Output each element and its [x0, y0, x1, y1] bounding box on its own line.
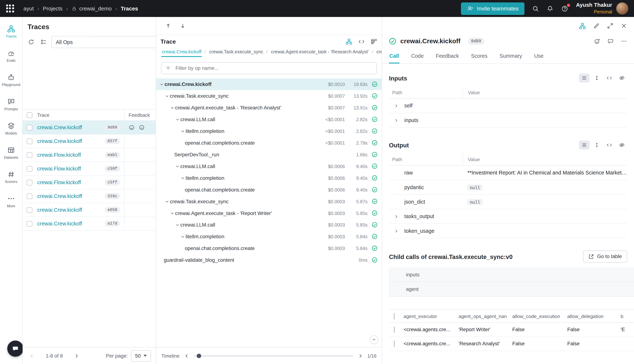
sidebar-item-playground[interactable]: Playground: [0, 69, 22, 91]
kv-row[interactable]: inputs: [389, 113, 627, 128]
tree-row[interactable]: litellm.completion$0.00035.84s: [156, 231, 382, 242]
trace-link[interactable]: crewai.Flow.kickoff: [37, 180, 81, 186]
list-view-icon[interactable]: [579, 74, 589, 82]
tree-row[interactable]: openai.chat.completions.create$0.00069.4…: [156, 184, 382, 196]
trace-list-row[interactable]: crewai.Crew.kickoff9d89: [23, 121, 156, 134]
timeline-prev-icon[interactable]: [184, 353, 190, 358]
edit-pencil-icon[interactable]: [593, 22, 599, 29]
hide-values-eye-icon[interactable]: [616, 140, 627, 150]
chevron-right-icon[interactable]: [394, 104, 398, 108]
row-checkbox[interactable]: [394, 340, 395, 347]
row-checkbox[interactable]: [27, 193, 32, 199]
trace-list-row[interactable]: crewai.Crew.kickoffe058: [23, 203, 156, 217]
code-icon[interactable]: [604, 140, 614, 150]
breadcrumb-current[interactable]: Traces: [121, 6, 138, 12]
trace-list-row[interactable]: crewai.Crew.kickoff316c: [23, 190, 156, 203]
trace-list-row[interactable]: crewai.Flow.kickoffc59f: [23, 162, 156, 176]
child-table-row[interactable]: <crewai.agents.cre...'Research Analyst'F…: [389, 337, 634, 351]
chevron-down-icon[interactable]: [169, 106, 175, 110]
trace-list-row[interactable]: crewai.Crew.kickoff657f: [23, 134, 156, 148]
kv-row[interactable]: token_usage: [389, 224, 627, 238]
avatar[interactable]: [616, 2, 628, 14]
wandb-logo[interactable]: [4, 2, 16, 14]
search-icon[interactable]: [532, 5, 539, 12]
sidebar-item-datasets[interactable]: Datasets: [0, 141, 22, 164]
tree-row[interactable]: crewai.Task.execute_sync$0.000713.92s: [156, 90, 382, 102]
prev-sibling-icon[interactable]: [165, 22, 171, 29]
collapse-timeline-button[interactable]: [370, 335, 379, 344]
ops-filter-select[interactable]: All Ops: [51, 36, 156, 48]
row-checkbox[interactable]: [27, 180, 32, 185]
comment-icon[interactable]: [607, 38, 614, 44]
close-icon[interactable]: [620, 22, 627, 29]
fullscreen-icon[interactable]: [607, 22, 613, 29]
trace-crumb-tab[interactable]: crewai.Task.execute_sync: [209, 48, 264, 56]
tree-view-icon[interactable]: [346, 38, 352, 45]
breadcrumb-project[interactable]: crewai_demo: [79, 6, 112, 12]
row-checkbox[interactable]: [27, 207, 32, 213]
expand-collapse-icon[interactable]: [592, 74, 602, 82]
chevron-right-icon[interactable]: [394, 229, 398, 233]
user-menu[interactable]: Ayush Thakur Personal: [576, 2, 628, 15]
trace-link[interactable]: crewai.Flow.kickoff: [37, 152, 81, 158]
chevron-down-icon[interactable]: [180, 129, 186, 133]
kv-row[interactable]: json_dictnull: [389, 195, 627, 209]
row-checkbox[interactable]: [394, 326, 395, 333]
sidebar-item-scorers[interactable]: Scorers: [0, 166, 22, 188]
chevron-down-icon[interactable]: [174, 164, 180, 168]
tab-summary[interactable]: Summary: [499, 50, 522, 64]
row-checkbox[interactable]: [27, 152, 32, 158]
kv-row[interactable]: raw**Investment Report: AI in Chemical a…: [389, 166, 627, 180]
code-icon[interactable]: [604, 74, 614, 82]
chevron-down-icon[interactable]: [169, 211, 175, 215]
timeline-next-icon[interactable]: [357, 353, 363, 358]
tree-row[interactable]: litellm.completion<$0.00012.82s: [156, 125, 382, 137]
go-to-table-button[interactable]: Go to table: [583, 250, 627, 263]
help-icon[interactable]: [561, 5, 568, 12]
notifications-bell-icon[interactable]: [547, 5, 554, 12]
chevron-down-icon[interactable]: [174, 223, 180, 227]
trace-link[interactable]: crewai.Crew.kickoff: [37, 207, 82, 213]
next-page-icon[interactable]: [74, 353, 79, 358]
list-view-icon[interactable]: [579, 140, 589, 150]
row-checkbox[interactable]: [27, 138, 32, 144]
tree-view-icon[interactable]: [579, 22, 586, 29]
sidebar-item-traces[interactable]: Traces: [0, 20, 22, 43]
expand-collapse-icon[interactable]: [592, 140, 602, 150]
timeline-slider-knob[interactable]: [197, 354, 201, 358]
chevron-right-icon[interactable]: [394, 214, 398, 218]
trace-link[interactable]: crewai.Crew.kickoff: [37, 124, 82, 130]
tab-scores[interactable]: Scores: [471, 50, 488, 64]
chevron-down-icon[interactable]: [180, 234, 186, 238]
tree-row[interactable]: crewai.LLM.call$0.00069.40s: [156, 160, 382, 172]
sidebar-item-evals[interactable]: Evals: [0, 44, 22, 67]
tree-row[interactable]: openai.chat.completions.create$0.00035.8…: [156, 242, 382, 254]
trace-link[interactable]: crewai.Crew.kickoff: [37, 138, 82, 144]
tree-row[interactable]: crewai.Task.execute_sync$0.00035.87s: [156, 196, 382, 207]
trace-list-row[interactable]: crewai.Flow.kickoffc5ff: [23, 176, 156, 190]
positive-feedback-icon[interactable]: [129, 124, 135, 130]
overflow-menu-icon[interactable]: [620, 38, 627, 44]
chat-support-button[interactable]: [7, 340, 24, 357]
tree-row[interactable]: SerperDevTool._run1.66s: [156, 149, 382, 160]
per-page-select[interactable]: 50: [131, 350, 151, 362]
row-checkbox[interactable]: [27, 166, 32, 172]
trace-link[interactable]: crewai.Crew.kickoff: [37, 220, 82, 226]
call-id-badge[interactable]: 9d89: [468, 38, 484, 45]
tree-row[interactable]: crewai.LLM.call$0.00035.85s: [156, 219, 382, 231]
invite-teammates-button[interactable]: Invite teammates: [461, 2, 525, 15]
kv-row[interactable]: tasks_output: [389, 209, 627, 224]
tree-row[interactable]: crewai.Agent.execute_task - 'Report Writ…: [156, 207, 382, 219]
hide-values-eye-icon[interactable]: [616, 74, 627, 82]
trace-link[interactable]: crewai.Crew.kickoff: [37, 193, 82, 199]
select-all-checkbox[interactable]: [394, 313, 395, 319]
chevron-down-icon[interactable]: [159, 82, 165, 86]
child-table-row[interactable]: <crewai.agents.cre...'Report Writer'Fals…: [389, 323, 634, 337]
chevron-down-icon[interactable]: [164, 94, 170, 98]
kv-row[interactable]: pydanticnull: [389, 180, 627, 195]
tab-call[interactable]: Call: [389, 50, 399, 64]
trace-list-row[interactable]: crewai.Flow.kickoffeab1: [23, 148, 156, 162]
breadcrumb-projects[interactable]: Projects: [43, 6, 63, 12]
timeline-slider[interactable]: [194, 355, 353, 356]
select-all-checkbox[interactable]: [27, 112, 32, 118]
